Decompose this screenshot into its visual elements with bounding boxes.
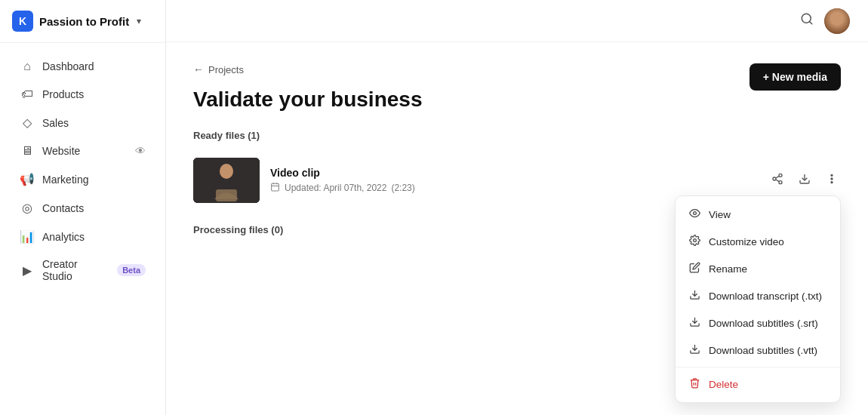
sidebar-item-sales[interactable]: ◇ Sales — [6, 109, 159, 137]
svg-point-17 — [831, 178, 833, 180]
file-row: Video clip Updated: April 07th, 2022 (2:… — [193, 150, 841, 211]
contacts-icon: ◎ — [20, 201, 35, 215]
monitor-icon: 🖥 — [20, 144, 35, 158]
download-vtt-icon — [688, 343, 701, 357]
play-icon: ▶ — [20, 263, 35, 278]
sidebar-item-label: Sales — [42, 117, 146, 129]
dropdown-divider — [676, 367, 840, 367]
content-area: ← Projects Validate your business + New … — [166, 42, 868, 415]
page-title: Validate your business — [193, 88, 841, 112]
sidebar-item-label: Analytics — [42, 231, 146, 243]
user-avatar-image — [824, 8, 850, 34]
dropdown-item-download-transcript[interactable]: Download transcript (.txt) — [676, 282, 840, 309]
sidebar-header[interactable]: K Passion to Profit ▾ — [0, 0, 165, 43]
svg-point-11 — [773, 177, 776, 180]
sidebar-item-label: Marketing — [42, 174, 146, 186]
file-name: Video clip — [270, 167, 841, 179]
dropdown-label: Customize video — [709, 236, 784, 247]
dropdown-item-delete[interactable]: Delete — [676, 370, 840, 398]
share-button[interactable] — [768, 170, 786, 191]
eye-icon: 👁 — [135, 145, 146, 157]
svg-point-20 — [693, 239, 696, 242]
svg-point-10 — [779, 174, 782, 177]
dropdown-item-download-srt[interactable]: Download subtitles (.srt) — [676, 309, 840, 337]
dropdown-item-download-vtt[interactable]: Download subtitles (.vtt) — [676, 337, 840, 364]
sidebar-item-dashboard[interactable]: ⌂ Dashboard — [6, 53, 159, 80]
dropdown-label: Download transcript (.txt) — [709, 290, 822, 302]
svg-point-4 — [220, 164, 233, 179]
back-arrow-icon: ← — [193, 63, 204, 75]
sidebar-item-label: Contacts — [42, 202, 146, 214]
download-transcript-icon — [688, 289, 701, 303]
svg-line-1 — [809, 21, 811, 23]
breadcrumb[interactable]: ← Projects — [193, 63, 841, 75]
dropdown-label: Rename — [709, 263, 747, 275]
brand-logo-icon: K — [12, 11, 33, 32]
customize-icon — [688, 235, 701, 248]
sidebar-item-products[interactable]: 🏷 Products — [6, 81, 159, 108]
sidebar-item-website[interactable]: 🖥 Website 👁 — [6, 137, 159, 164]
dropdown-label: Download subtitles (.vtt) — [709, 345, 817, 356]
beta-badge: Beta — [117, 264, 146, 276]
svg-point-18 — [831, 182, 833, 183]
sidebar-item-label: Products — [42, 88, 146, 100]
more-options-button[interactable] — [823, 170, 841, 191]
file-actions — [768, 170, 841, 191]
breadcrumb-label: Projects — [208, 64, 244, 75]
topbar — [166, 0, 868, 42]
ready-files-label: Ready files (1) — [193, 130, 841, 141]
file-duration: (2:23) — [391, 183, 414, 193]
file-updated: Updated: April 07th, 2022 — [285, 183, 386, 193]
main-area: ← Projects Validate your business + New … — [166, 0, 868, 415]
file-thumbnail — [193, 158, 260, 203]
download-srt-icon — [688, 316, 701, 330]
sidebar-item-contacts[interactable]: ◎ Contacts — [6, 194, 159, 222]
sidebar: K Passion to Profit ▾ ⌂ Dashboard 🏷 Prod… — [0, 0, 166, 415]
dropdown-item-rename[interactable]: Rename — [676, 255, 840, 282]
dropdown-item-customize[interactable]: Customize video — [676, 228, 840, 255]
brand-name: Passion to Profit — [39, 15, 129, 28]
svg-point-19 — [693, 212, 696, 215]
dropdown-label: View — [709, 209, 731, 220]
delete-icon — [688, 377, 701, 391]
sidebar-item-analytics[interactable]: 📊 Analytics — [6, 223, 159, 251]
sidebar-item-label: Website — [42, 145, 128, 157]
calendar-icon — [270, 182, 280, 194]
dropdown-label: Download subtitles (.srt) — [709, 318, 818, 329]
svg-rect-6 — [272, 183, 279, 191]
svg-point-12 — [779, 181, 782, 184]
sidebar-item-label: Creator Studio — [42, 258, 109, 282]
home-icon: ⌂ — [20, 60, 35, 73]
dropdown-item-view[interactable]: View — [676, 201, 840, 228]
sidebar-nav: ⌂ Dashboard 🏷 Products ◇ Sales 🖥 Website… — [0, 43, 165, 299]
new-media-button[interactable]: + New media — [749, 63, 841, 91]
sidebar-item-label: Dashboard — [42, 60, 146, 72]
diamond-icon: ◇ — [20, 115, 35, 130]
view-icon — [688, 208, 701, 221]
download-button[interactable] — [796, 170, 814, 191]
avatar[interactable] — [824, 8, 850, 34]
svg-rect-5 — [216, 189, 237, 201]
chart-icon: 📊 — [20, 229, 35, 244]
sidebar-item-marketing[interactable]: 📢 Marketing — [6, 165, 159, 193]
rename-icon — [688, 262, 701, 275]
chevron-down-icon: ▾ — [137, 16, 141, 26]
svg-point-16 — [831, 174, 833, 176]
search-button[interactable] — [800, 12, 814, 29]
thumbnail-image — [193, 158, 260, 203]
dropdown-delete-label: Delete — [709, 379, 738, 390]
dropdown-menu: View Customize video Rename — [675, 195, 841, 403]
sidebar-item-creator-studio[interactable]: ▶ Creator Studio Beta — [6, 251, 159, 289]
svg-line-13 — [776, 180, 780, 182]
file-meta: Updated: April 07th, 2022 (2:23) — [270, 182, 841, 194]
tag-icon: 🏷 — [20, 88, 35, 101]
file-info: Video clip Updated: April 07th, 2022 (2:… — [270, 167, 841, 194]
megaphone-icon: 📢 — [20, 172, 35, 186]
svg-line-14 — [776, 176, 780, 178]
